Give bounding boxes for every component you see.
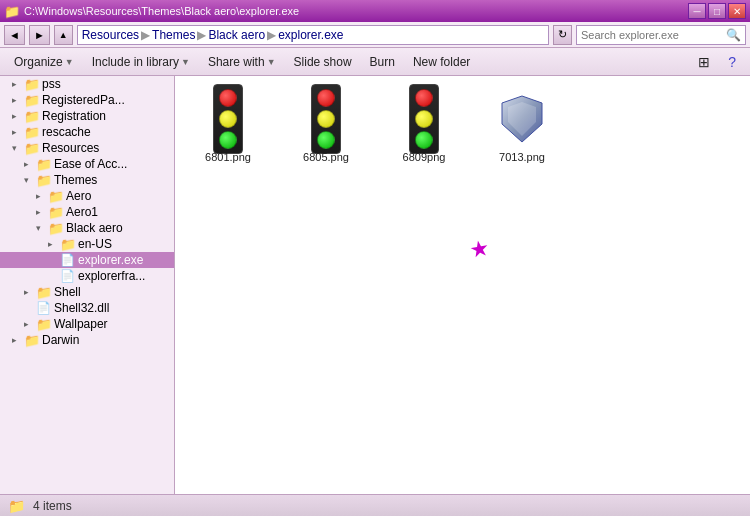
tree-item-2[interactable]: ▸📁Registration	[0, 108, 174, 124]
slideshow-button[interactable]: Slide show	[286, 50, 360, 74]
title-bar-left: 📁 C:\Windows\Resources\Themes\Black aero…	[4, 4, 299, 19]
slideshow-label: Slide show	[294, 55, 352, 69]
tree-label-12: explorerfra...	[78, 269, 145, 283]
tree-item-16[interactable]: ▸📁Darwin	[0, 332, 174, 348]
burn-button[interactable]: Burn	[362, 50, 403, 74]
tree-label-1: RegisteredPa...	[42, 93, 125, 107]
tree-arrow-9: ▾	[36, 223, 48, 233]
minimize-button[interactable]: ─	[688, 3, 706, 19]
status-bar: 📁 4 items	[0, 494, 750, 516]
tree-arrow-1: ▸	[12, 95, 24, 105]
close-button[interactable]: ✕	[728, 3, 746, 19]
include-library-button[interactable]: Include in library ▼	[84, 50, 198, 74]
traffic-green-1	[317, 131, 335, 149]
tree-item-5[interactable]: ▸📁Ease of Acc...	[0, 156, 174, 172]
tree-item-3[interactable]: ▸📁rescache	[0, 124, 174, 140]
tree-item-13[interactable]: ▸📁Shell	[0, 284, 174, 300]
organize-button[interactable]: Organize ▼	[6, 50, 82, 74]
tree-item-12[interactable]: 📄explorerfra...	[0, 268, 174, 284]
tree-item-8[interactable]: ▸📁Aero1	[0, 204, 174, 220]
window-icon: 📁	[4, 4, 20, 19]
breadcrumb-explorer[interactable]: explorer.exe	[278, 28, 343, 42]
forward-button[interactable]: ►	[29, 25, 50, 45]
tree-item-4[interactable]: ▾📁Resources	[0, 140, 174, 156]
tree-item-6[interactable]: ▾📁Themes	[0, 172, 174, 188]
tree-icon-0: 📁	[24, 77, 40, 91]
traffic-green-2	[415, 131, 433, 149]
tree-label-14: Shell32.dll	[54, 301, 109, 315]
file-label-2: 6809png	[403, 151, 446, 163]
tree-arrow-16: ▸	[12, 335, 24, 345]
tree-label-4: Resources	[42, 141, 99, 155]
address-bar: ◄ ► ▲ Resources ▶ Themes ▶ Black aero ▶ …	[0, 22, 750, 48]
new-folder-button[interactable]: New folder	[405, 50, 478, 74]
tree-icon-4: 📁	[24, 141, 40, 155]
burn-label: Burn	[370, 55, 395, 69]
sidebar: ▸📁pss▸📁RegisteredPa...▸📁Registration▸📁re…	[0, 76, 175, 494]
traffic-red-1	[317, 89, 335, 107]
tree-label-5: Ease of Acc...	[54, 157, 127, 171]
include-library-dropdown-icon: ▼	[181, 57, 190, 67]
tree-item-0[interactable]: ▸📁pss	[0, 76, 174, 92]
tree-arrow-4: ▾	[12, 143, 24, 153]
file-area: 6801.png 6805.png 6809png	[175, 76, 750, 494]
tree-arrow-10: ▸	[48, 239, 60, 249]
tree-item-14[interactable]: 📄Shell32.dll	[0, 300, 174, 316]
tree-arrow-15: ▸	[24, 319, 36, 329]
traffic-yellow-0	[219, 110, 237, 128]
file-icon-2	[394, 89, 454, 149]
breadcrumb-bar: Resources ▶ Themes ▶ Black aero ▶ explor…	[77, 25, 549, 45]
tree-item-9[interactable]: ▾📁Black aero	[0, 220, 174, 236]
breadcrumb-themes[interactable]: Themes	[152, 28, 195, 42]
traffic-yellow-1	[317, 110, 335, 128]
view-options-button[interactable]: ⊞	[690, 50, 718, 74]
tree-icon-10: 📁	[60, 237, 76, 251]
breadcrumb-resources[interactable]: Resources	[82, 28, 139, 42]
status-folder-icon: 📁	[8, 498, 25, 514]
tree-label-2: Registration	[42, 109, 106, 123]
file-item-1[interactable]: 6805.png	[281, 84, 371, 168]
breadcrumb-black-aero[interactable]: Black aero	[208, 28, 265, 42]
file-item-0[interactable]: 6801.png	[183, 84, 273, 168]
help-button[interactable]: ?	[720, 50, 744, 74]
share-with-button[interactable]: Share with ▼	[200, 50, 284, 74]
tree-label-6: Themes	[54, 173, 97, 187]
include-library-label: Include in library	[92, 55, 179, 69]
refresh-button[interactable]: ↻	[553, 25, 572, 45]
tree-item-1[interactable]: ▸📁RegisteredPa...	[0, 92, 174, 108]
tree-icon-9: 📁	[48, 221, 64, 235]
tree-item-10[interactable]: ▸📁en-US	[0, 236, 174, 252]
tree-icon-7: 📁	[48, 189, 64, 203]
tree-label-8: Aero1	[66, 205, 98, 219]
file-item-2[interactable]: 6809png	[379, 84, 469, 168]
share-with-dropdown-icon: ▼	[267, 57, 276, 67]
tree-arrow-6: ▾	[24, 175, 36, 185]
up-button[interactable]: ▲	[54, 25, 73, 45]
tree-arrow-2: ▸	[12, 111, 24, 121]
back-button[interactable]: ◄	[4, 25, 25, 45]
toolbar: Organize ▼ Include in library ▼ Share wi…	[0, 48, 750, 76]
file-label-3: 7013.png	[499, 151, 545, 163]
tree-icon-1: 📁	[24, 93, 40, 107]
maximize-button[interactable]: □	[708, 3, 726, 19]
status-count: 4 items	[33, 499, 72, 513]
main-content: ▸📁pss▸📁RegisteredPa...▸📁Registration▸📁re…	[0, 76, 750, 494]
tree-item-11[interactable]: 📄explorer.exe	[0, 252, 174, 268]
organize-dropdown-icon: ▼	[65, 57, 74, 67]
new-folder-label: New folder	[413, 55, 470, 69]
tree-icon-5: 📁	[36, 157, 52, 171]
tree-icon-8: 📁	[48, 205, 64, 219]
title-bar: 📁 C:\Windows\Resources\Themes\Black aero…	[0, 0, 750, 22]
file-icon-1	[296, 89, 356, 149]
tree-arrow-13: ▸	[24, 287, 36, 297]
tree-icon-12: 📄	[60, 269, 76, 283]
tree-label-16: Darwin	[42, 333, 79, 347]
tree-icon-15: 📁	[36, 317, 52, 331]
search-input[interactable]	[581, 29, 722, 41]
share-with-label: Share with	[208, 55, 265, 69]
tree-label-7: Aero	[66, 189, 91, 203]
tree-item-7[interactable]: ▸📁Aero	[0, 188, 174, 204]
tree-item-15[interactable]: ▸📁Wallpaper	[0, 316, 174, 332]
file-item-3[interactable]: 7013.png	[477, 84, 567, 168]
title-bar-controls: ─ □ ✕	[688, 3, 746, 19]
